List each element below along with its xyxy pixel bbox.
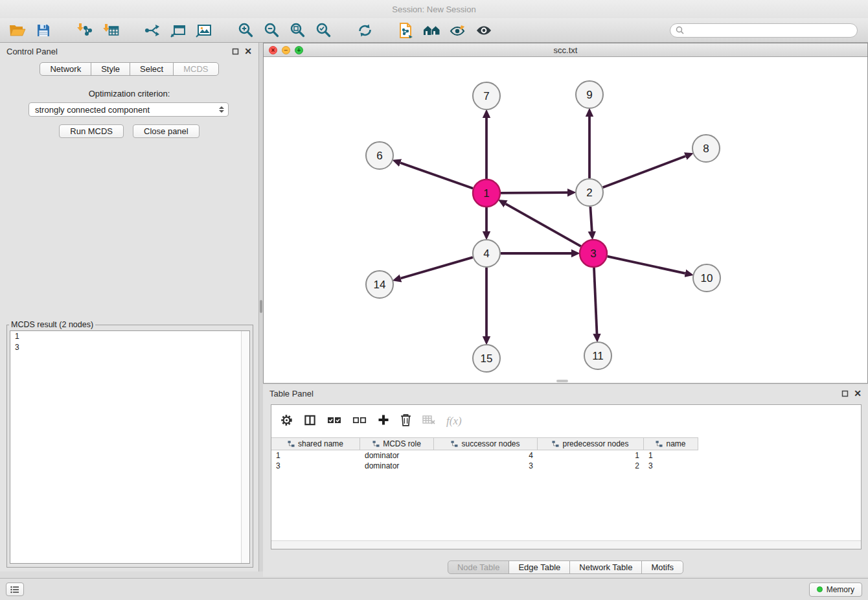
table-tab-motifs[interactable]: Motifs: [641, 560, 683, 574]
table-body: 1dominator4113dominator323: [271, 450, 861, 471]
close-window-icon[interactable]: ×: [269, 46, 277, 54]
zoom-fit-button[interactable]: [286, 21, 308, 40]
control-panel-title: Control Panel: [6, 47, 58, 56]
table-horizontal-scrollbar[interactable]: [271, 540, 861, 549]
table-cell[interactable]: 1: [644, 450, 698, 461]
apply-layout-button[interactable]: [354, 21, 376, 40]
memory-button[interactable]: Memory: [809, 583, 862, 597]
graph-edge-3-10[interactable]: [608, 257, 685, 273]
control-tab-select[interactable]: Select: [130, 62, 174, 76]
open-session-button[interactable]: [6, 21, 29, 40]
table-tab-edge-table[interactable]: Edge Table: [508, 560, 570, 574]
first-neighbors-button[interactable]: [141, 21, 163, 40]
network-window-titlebar[interactable]: × − + scc.txt: [264, 43, 867, 57]
new-window-icon: [170, 23, 187, 38]
graph-node-label: 9: [586, 89, 592, 101]
graph-node-label: 1: [483, 187, 489, 200]
close-panel-button[interactable]: Close panel: [133, 124, 200, 138]
zoom-selected-icon: [315, 22, 332, 38]
graph-edge-1-6[interactable]: [400, 163, 473, 188]
zoom-selected-button[interactable]: [312, 21, 334, 40]
table-cell[interactable]: 1: [271, 450, 360, 461]
new-network-window-button[interactable]: [167, 21, 189, 40]
column-header-MCDS-role[interactable]: MCDS role: [360, 437, 434, 450]
table-cell[interactable]: 1: [538, 450, 644, 461]
table-cell[interactable]: 3: [644, 461, 698, 471]
table-cell[interactable]: dominator: [360, 450, 434, 461]
zoom-in-button[interactable]: [234, 21, 257, 40]
control-panel-header: Control Panel ✕: [0, 43, 258, 60]
control-tab-style[interactable]: Style: [91, 62, 130, 76]
home-button[interactable]: [421, 21, 443, 40]
graph-node-label: 15: [481, 352, 493, 365]
table-settings-button[interactable]: [280, 414, 293, 429]
column-header-shared-name[interactable]: shared name: [271, 437, 360, 450]
node-table-box: f(x) shared nameMCDS rolesuccessor nodes…: [271, 404, 862, 549]
close-control-panel-icon[interactable]: ✕: [244, 48, 252, 54]
graph-node-label: 4: [483, 248, 489, 260]
graph-edge-3-11[interactable]: [594, 268, 597, 334]
import-table-button[interactable]: [100, 21, 122, 40]
save-session-button[interactable]: [32, 21, 54, 40]
column-header-successor-nodes[interactable]: successor nodes: [434, 437, 538, 450]
search-box[interactable]: [670, 23, 858, 38]
table-cell[interactable]: 4: [434, 450, 538, 461]
network-canvas[interactable]: 7968124314101511: [264, 57, 867, 383]
checked-boxes-icon: [327, 415, 341, 425]
network-graph[interactable]: 7968124314101511: [264, 57, 867, 383]
show-columns-button[interactable]: [304, 414, 316, 429]
table-row[interactable]: 1dominator411: [271, 450, 861, 461]
table-cell[interactable]: 2: [538, 461, 644, 471]
mcds-buttons-row: Run MCDS Close panel: [0, 124, 258, 138]
horizontal-scroll-handle[interactable]: [556, 380, 568, 382]
control-tab-network[interactable]: Network: [40, 62, 91, 76]
search-icon: [676, 26, 684, 34]
zoom-out-button[interactable]: [260, 21, 282, 40]
column-header-name[interactable]: name: [644, 437, 698, 450]
table-cell[interactable]: dominator: [360, 461, 434, 471]
criterion-dropdown[interactable]: strongly connected component: [29, 102, 229, 117]
column-header-predecessor-nodes[interactable]: predecessor nodes: [538, 437, 644, 450]
delete-column-button[interactable]: [400, 413, 411, 429]
window-title: Session: New Session: [392, 5, 475, 14]
maximize-window-icon[interactable]: +: [295, 46, 303, 54]
task-history-button[interactable]: [6, 583, 24, 596]
control-panel-tabs: NetworkStyleSelectMCDS: [0, 62, 258, 76]
table-row[interactable]: 3dominator323: [271, 461, 861, 471]
graph-edge-4-14[interactable]: [401, 257, 473, 278]
unselect-all-columns-button[interactable]: [352, 415, 367, 428]
minimize-window-icon[interactable]: −: [282, 46, 290, 54]
table-tab-network-table[interactable]: Network Table: [569, 560, 642, 574]
import-network-button[interactable]: [74, 21, 96, 40]
create-column-button[interactable]: [378, 414, 389, 428]
show-hide-button[interactable]: [473, 21, 495, 40]
export-image-button[interactable]: [193, 21, 215, 40]
result-scrollbar[interactable]: [241, 331, 249, 563]
network-from-document-button[interactable]: [395, 21, 417, 40]
zoom-fit-icon: [290, 22, 306, 38]
memory-status-icon: [817, 586, 823, 592]
table-cell[interactable]: 3: [434, 461, 538, 471]
graph-edge-1-2[interactable]: [501, 192, 567, 193]
table-tab-node-table[interactable]: Node Table: [448, 560, 510, 574]
splitter-handle[interactable]: [260, 300, 262, 313]
style-preview-button[interactable]: [447, 21, 469, 40]
floppy-icon: [36, 23, 51, 38]
table-panel-title: Table Panel: [269, 389, 314, 398]
graph-edge-2-3[interactable]: [590, 207, 591, 231]
float-table-panel-icon[interactable]: [841, 390, 849, 397]
table-header-row: shared nameMCDS rolesuccessor nodesprede…: [271, 437, 861, 450]
select-all-columns-button[interactable]: [327, 415, 341, 428]
delete-table-button: [422, 415, 435, 428]
run-mcds-button[interactable]: Run MCDS: [59, 124, 124, 138]
close-table-panel-icon[interactable]: ✕: [854, 390, 862, 397]
table-cell[interactable]: 3: [271, 461, 360, 471]
image-icon: [196, 23, 212, 38]
float-panel-icon[interactable]: [232, 48, 239, 55]
graph-edge-2-8[interactable]: [603, 156, 686, 187]
graph-edge-3-1[interactable]: [506, 204, 581, 247]
control-tab-mcds[interactable]: MCDS: [173, 62, 218, 76]
search-input[interactable]: [687, 26, 852, 35]
mcds-result-groupbox: MCDS result (2 nodes) 13: [6, 320, 253, 568]
result-item: 1: [10, 331, 249, 342]
